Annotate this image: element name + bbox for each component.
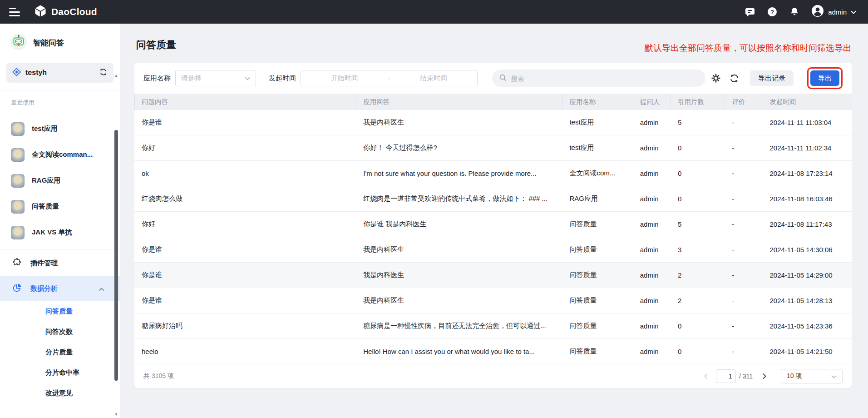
submenu-label: 问答次数: [45, 328, 73, 336]
export-records-button[interactable]: 导出记录: [750, 70, 794, 86]
scrollbar-thumb[interactable]: [114, 130, 118, 381]
end-time-placeholder: 结束时间: [420, 74, 447, 83]
cell-rating: -: [725, 144, 762, 152]
refresh-icon[interactable]: [728, 72, 740, 84]
column-header: 应用名称: [562, 98, 632, 106]
filter-bar: 应用名称 请选择 发起时间 开始时间 - 结束时间: [134, 63, 852, 94]
cell-citation-count: 0: [671, 144, 725, 152]
cell-answer: 你好！ 今天过得怎么样?: [356, 144, 562, 152]
cell-rating: -: [725, 348, 762, 355]
search-input[interactable]: [511, 75, 699, 82]
cell-question: ok: [134, 169, 356, 177]
help-icon[interactable]: ?: [767, 6, 778, 17]
sidebar-subitem[interactable]: 分片命中率: [0, 363, 120, 383]
cell-app-name: test应用: [562, 144, 632, 152]
scroll-up-icon[interactable]: ▲: [113, 73, 119, 78]
sidebar-subitem[interactable]: 问答质量: [0, 301, 120, 322]
sidebar-item-smart-qa[interactable]: 智能问答: [0, 24, 120, 54]
select-placeholder: 请选择: [181, 74, 245, 83]
cell-rating: -: [725, 297, 762, 304]
column-settings-gear-icon[interactable]: [710, 72, 722, 84]
sidebar-item-recent-app[interactable]: RAG应用: [0, 168, 120, 194]
cell-asker: admin: [633, 297, 671, 304]
table-row: 你好 你好！ 今天过得怎么样? test应用 admin 0 - 2024-11…: [134, 135, 852, 161]
submenu-label: 分片质量: [45, 348, 73, 357]
app-thumbnail-icon: [11, 122, 25, 136]
sidebar-item-data-analysis[interactable]: 数据分析: [0, 276, 120, 301]
switch-workspace-icon[interactable]: [99, 68, 108, 78]
prev-page-icon[interactable]: [700, 371, 711, 382]
search-box[interactable]: [492, 70, 705, 87]
app-name-select[interactable]: 请选择: [175, 70, 256, 86]
sidebar-item-recent-app[interactable]: 全文阅读comman...: [0, 142, 120, 168]
start-time-placeholder: 开始时间: [331, 74, 358, 83]
page-size-select[interactable]: 10 项: [781, 369, 843, 383]
workspace-selector[interactable]: testyh: [6, 63, 113, 83]
sidebar-item-recent-app[interactable]: test应用: [0, 116, 120, 142]
cell-app-name: 问答质量: [562, 322, 632, 330]
cell-start-time: 2024-11-08 16:03:46: [763, 195, 852, 203]
date-range-input[interactable]: 开始时间 - 结束时间: [301, 70, 478, 86]
cell-start-time: 2024-11-08 11:17:43: [763, 220, 852, 228]
table-row: 你好 你是谁 我是内科医生 问答质量 admin 5 - 2024-11-08 …: [134, 212, 852, 237]
user-menu[interactable]: admin: [811, 5, 856, 19]
sidebar-scrollbar[interactable]: ▲ ▼: [113, 73, 119, 417]
table-footer: 共 3105 项 / 311 10 项: [134, 364, 852, 388]
page-number-input[interactable]: [716, 369, 736, 383]
cell-asker: admin: [633, 169, 671, 177]
cell-start-time: 2024-11-08 17:23:14: [763, 169, 852, 177]
user-name: admin: [828, 8, 847, 16]
app-name-filter-label: 应用名称: [143, 74, 171, 83]
scroll-down-icon[interactable]: ▼: [113, 412, 119, 417]
cell-citation-count: 0: [671, 195, 725, 203]
sidebar-item-recent-app[interactable]: JAK VS 单抗: [0, 219, 120, 245]
recent-app-label: JAK VS 单抗: [32, 228, 72, 237]
feedback-chat-icon[interactable]: [745, 6, 755, 17]
export-button[interactable]: 导出: [810, 70, 839, 86]
column-header: 发起时间: [763, 98, 852, 106]
menu-label: 数据分析: [30, 284, 58, 293]
column-header: 应用回答: [356, 98, 562, 106]
cell-app-name: 问答质量: [562, 271, 632, 279]
notifications-bell-icon[interactable]: [789, 6, 800, 17]
app-title: 智能问答: [33, 38, 64, 48]
cell-question: 你是谁: [134, 296, 356, 305]
cell-app-name: RAG应用: [562, 194, 632, 203]
workspace-name: testyh: [25, 69, 99, 77]
cell-asker: admin: [633, 246, 671, 254]
column-header: 问题内容: [134, 98, 356, 106]
cell-app-name: 问答质量: [562, 296, 632, 305]
cell-citation-count: 0: [671, 322, 725, 330]
page-size-value: 10 项: [787, 372, 831, 380]
cell-asker: admin: [633, 119, 671, 126]
cell-answer: Hello! How can I assist you or what woul…: [356, 348, 562, 355]
sidebar-subitem[interactable]: 分片质量: [0, 342, 120, 363]
recent-section-label: 最近使用: [11, 99, 120, 107]
cell-answer: I'm not sure what your question is. Plea…: [356, 169, 562, 177]
brand-logo[interactable]: DaoCloud: [34, 4, 97, 20]
sidebar-item-recent-app[interactable]: 问答质量: [0, 194, 120, 219]
submenu-label: 改进意见: [45, 389, 73, 398]
divider: [0, 249, 120, 249]
time-filter-label: 发起时间: [269, 74, 296, 83]
sidebar-item-plugin-management[interactable]: 插件管理: [0, 250, 120, 276]
submenu-label: 分片命中率: [45, 368, 79, 377]
app-thumbnail-icon: [11, 200, 25, 214]
cell-answer: 糖尿病是一种慢性疾病，目前还无法完全治愈，但可以通过...: [356, 322, 562, 330]
daocloud-logo-icon: [34, 4, 47, 20]
table-header: 问题内容 应用回答 应用名称 提问人 引用片数 评价 发起时间: [134, 94, 852, 110]
sidebar-subitem[interactable]: 问答次数: [0, 322, 120, 342]
chevron-down-icon: [831, 372, 837, 380]
next-page-icon[interactable]: [759, 371, 770, 382]
cell-answer: 红烧肉是一道非常受欢迎的传统中式菜肴，做法如下： ### ...: [356, 194, 562, 203]
sidebar-subitem[interactable]: 改进意见: [0, 383, 120, 403]
column-header: 引用片数: [671, 98, 725, 106]
menu-hamburger-icon[interactable]: [9, 8, 21, 16]
cell-citation-count: 5: [671, 119, 725, 126]
avatar: [811, 5, 824, 19]
cell-app-name: 问答质量: [562, 220, 632, 229]
total-pages: / 311: [739, 373, 753, 380]
top-navbar: DaoCloud ?: [0, 0, 868, 24]
cell-citation-count: 0: [671, 348, 725, 355]
workspace-diamond-icon: [12, 68, 21, 78]
